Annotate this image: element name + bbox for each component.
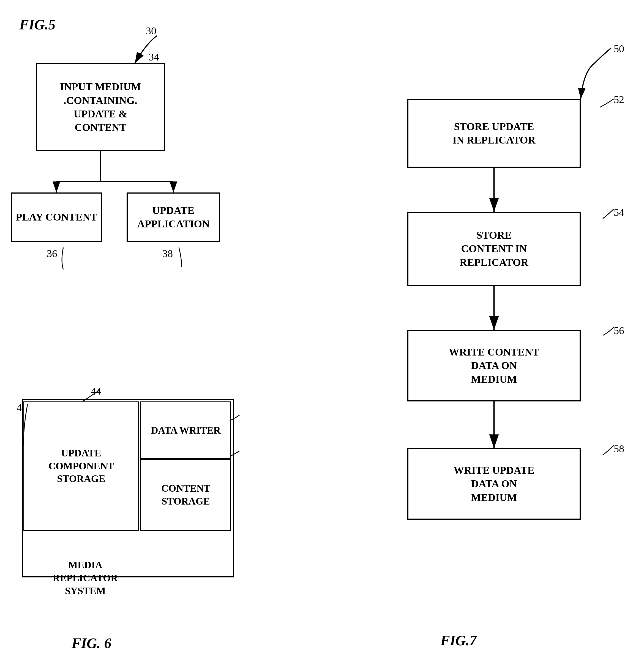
ref-58: 58 bbox=[614, 443, 624, 455]
data-writer-box: DATA WRITER bbox=[140, 401, 231, 459]
fig6-label: FIG. 6 bbox=[72, 635, 111, 651]
write-update-box: WRITE UPDATE DATA ON MEDIUM bbox=[407, 448, 581, 520]
play-content-box: PLAY CONTENT bbox=[11, 192, 102, 242]
input-medium-box: INPUT MEDIUM .CONTAINING. UPDATE & CONTE… bbox=[36, 63, 165, 151]
ref-56: 56 bbox=[614, 324, 624, 337]
fig5-label: FIG.5 bbox=[19, 16, 55, 33]
ref-54: 54 bbox=[614, 206, 624, 218]
ref-30: 30 bbox=[146, 25, 156, 37]
ref-44: 44 bbox=[91, 385, 101, 397]
ref-50: 50 bbox=[614, 43, 624, 55]
update-component-storage-box: UPDATE COMPONENT STORAGE bbox=[23, 401, 139, 531]
write-content-box: WRITE CONTENT DATA ON MEDIUM bbox=[407, 330, 581, 401]
store-content-box: STORE CONTENT IN REPLICATOR bbox=[407, 212, 581, 286]
ref-38: 38 bbox=[162, 248, 173, 260]
content-storage-box: CONTENT STORAGE bbox=[140, 459, 231, 531]
update-application-box: UPDATE APPLICATION bbox=[127, 192, 220, 242]
ref-52: 52 bbox=[614, 94, 624, 106]
ref-34: 34 bbox=[149, 51, 159, 63]
store-update-box: STORE UPDATE IN REPLICATOR bbox=[407, 99, 581, 168]
system-label: MEDIA REPLICATOR SYSTEM bbox=[22, 558, 149, 597]
ref-36: 36 bbox=[47, 248, 57, 260]
fig7-label: FIG.7 bbox=[440, 633, 476, 649]
